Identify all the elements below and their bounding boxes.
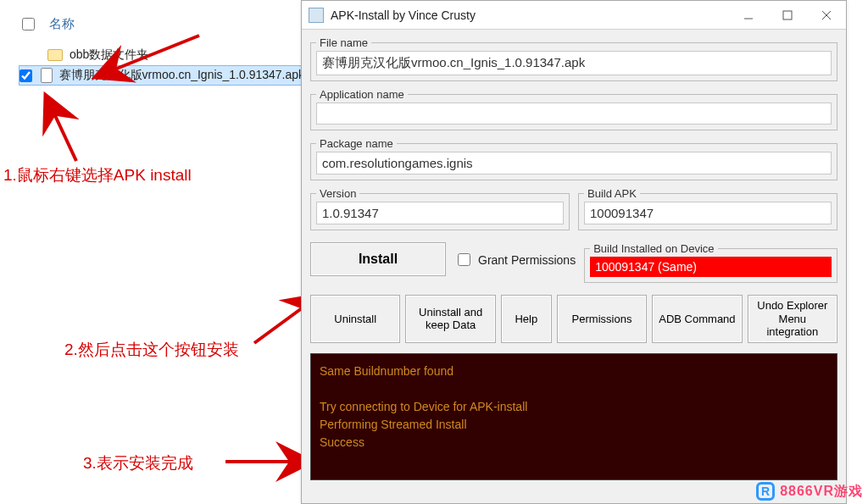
build-device-value: 100091347 (Same): [590, 257, 832, 277]
minimize-button[interactable]: [729, 1, 768, 29]
watermark-text: 8866VR游戏: [780, 483, 863, 501]
close-button[interactable]: [807, 1, 846, 29]
annotation-2: 2.然后点击这个按钮安装: [64, 339, 239, 361]
app-name-group: Application name: [310, 88, 837, 130]
file-explorer-panel: 名称 obb数据文件夹 赛博朋克汉化版vrmoo.cn_Ignis_1.0.91…: [0, 0, 305, 504]
undo-integration-button[interactable]: Undo Explorer Menu integration: [748, 295, 837, 343]
annotation-1: 1.鼠标右键选择APK install: [3, 164, 192, 186]
app-name-label: Application name: [316, 88, 408, 101]
annotation-3: 3.表示安装完成: [83, 452, 193, 474]
help-button[interactable]: Help: [501, 295, 552, 343]
adb-command-button[interactable]: ADB Command: [652, 295, 742, 343]
pkg-name-value[interactable]: com.resolutiongames.ignis: [316, 152, 832, 174]
svg-rect-5: [783, 11, 792, 19]
file-label: 赛博朋克汉化版vrmoo.cn_Ignis_1.0.91347.apk: [59, 68, 301, 83]
version-label: Version: [316, 187, 359, 200]
build-device-group: Build Installed on Device 100091347 (Sam…: [584, 242, 837, 283]
folder-icon: [47, 49, 63, 61]
grant-permissions-checkbox[interactable]: Grant Permissions: [454, 251, 576, 269]
watermark-logo: R: [756, 482, 775, 501]
watermark: R 8866VR游戏: [756, 482, 863, 501]
app-name-value[interactable]: [316, 102, 832, 125]
build-apk-value[interactable]: 100091347: [584, 202, 832, 224]
build-device-label: Build Installed on Device: [590, 242, 717, 255]
grant-permissions-input[interactable]: [458, 253, 470, 266]
explorer-header: 名称: [19, 15, 305, 33]
uninstall-keep-button[interactable]: Uninstall and keep Data: [405, 295, 495, 343]
titlebar[interactable]: APK-Install by Vince Crusty: [302, 1, 846, 30]
select-all-checkbox[interactable]: [22, 18, 35, 30]
file-name-label: File name: [316, 36, 371, 49]
version-group: Version 1.0.91347: [310, 187, 570, 230]
file-name-value[interactable]: 赛博朋克汉化版vrmoo.cn_Ignis_1.0.91347.apk: [316, 51, 832, 75]
uninstall-button[interactable]: Uninstall: [310, 295, 400, 343]
permissions-button[interactable]: Permissions: [557, 295, 647, 343]
list-item[interactable]: obb数据文件夹: [19, 45, 305, 65]
window-title: APK-Install by Vince Crusty: [331, 8, 729, 22]
file-name-group: File name 赛博朋克汉化版vrmoo.cn_Ignis_1.0.9134…: [310, 36, 837, 81]
folder-label: obb数据文件夹: [70, 47, 148, 63]
install-button[interactable]: Install: [310, 242, 446, 276]
version-value[interactable]: 1.0.91347: [316, 202, 564, 224]
maximize-button[interactable]: [768, 1, 807, 29]
pkg-name-group: Package name com.resolutiongames.ignis: [310, 137, 837, 180]
pkg-name-label: Package name: [316, 137, 397, 150]
app-icon: [309, 8, 324, 23]
list-item[interactable]: 赛博朋克汉化版vrmoo.cn_Ignis_1.0.91347.apk: [19, 65, 305, 86]
apk-install-dialog: APK-Install by Vince Crusty File name 赛博…: [301, 0, 847, 504]
grant-permissions-label: Grant Permissions: [478, 253, 576, 267]
build-apk-group: Build APK 100091347: [578, 187, 837, 230]
build-apk-label: Build APK: [584, 187, 640, 200]
console-output[interactable]: Same Buildnumber found Try connecting to…: [310, 353, 837, 480]
row-checkbox[interactable]: [19, 69, 32, 82]
file-icon: [41, 68, 53, 83]
column-name[interactable]: 名称: [49, 16, 75, 32]
